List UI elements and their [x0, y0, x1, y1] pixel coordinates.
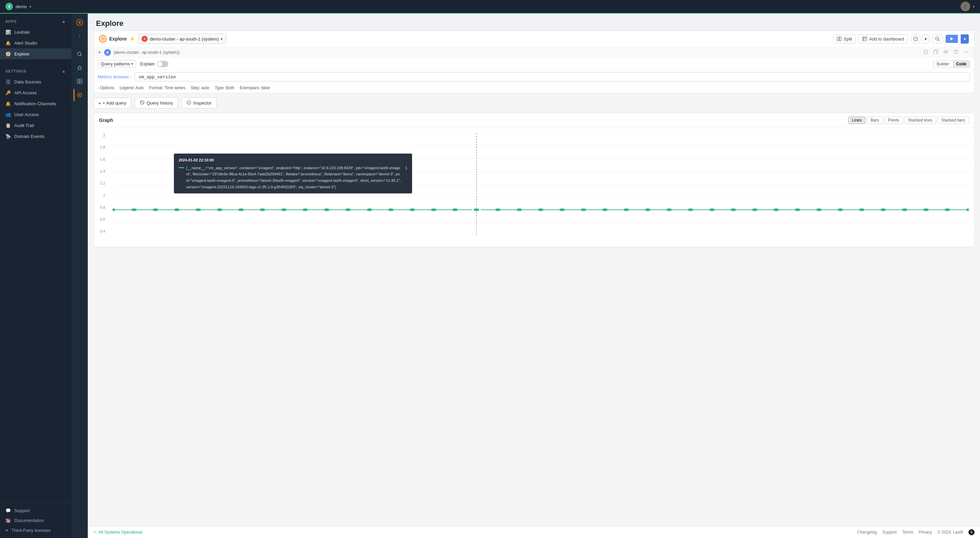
page-title: Explore — [96, 19, 972, 28]
sidebar-item-notification-channels[interactable]: 🔔 Notification Channels — [0, 98, 72, 109]
sidebar-item-documentation[interactable]: 📚 Documentation — [0, 516, 72, 525]
graph-body: 2 1.8 1.6 1.4 1.2 1 0.8 0.6 0.4 — [94, 128, 974, 247]
explain-toggle[interactable] — [157, 61, 169, 67]
run-query-dropdown[interactable]: ▾ — [961, 34, 969, 43]
datasource-selector[interactable]: V demo-cluster - ap-south-1 (system) ▾ — [138, 34, 226, 44]
svg-rect-5 — [77, 79, 79, 81]
graph-type-stacked-lines[interactable]: Stacked lines — [904, 117, 936, 124]
sidebar-item-levitate[interactable]: 📊 Levitate — [0, 27, 72, 37]
license-icon: ≡ — [5, 528, 8, 533]
main-layout: APPS ▲ 📊 Levitate 🔔 Alert Studio 🧭 Explo… — [0, 14, 980, 538]
graph-type-bars[interactable]: Bars — [867, 117, 883, 124]
svg-text:i: i — [189, 101, 189, 105]
explore-icon-btn[interactable] — [73, 89, 86, 101]
org-dropdown-arrow[interactable]: ▾ — [30, 5, 31, 8]
icon-strip: › — [72, 14, 88, 538]
svg-point-87 — [966, 208, 969, 211]
sidebar-item-domain-events[interactable]: 📡 Domain Events — [0, 131, 72, 142]
graph-type-stacked-bars[interactable]: Stacked bars — [937, 117, 969, 124]
graph-type-points[interactable]: Points — [884, 117, 903, 124]
query-copy-icon[interactable] — [932, 49, 940, 56]
svg-point-48 — [131, 208, 137, 211]
sidebar-item-third-party-licenses[interactable]: ≡ Third-Party licenses — [0, 525, 72, 535]
query-toggle-visibility-icon[interactable] — [942, 49, 950, 56]
options-toggle[interactable]: › Options — [98, 85, 115, 90]
search-icon-btn[interactable] — [73, 48, 86, 60]
run-query-button[interactable] — [946, 35, 958, 43]
avatar-dropdown[interactable]: ▾ — [973, 5, 975, 8]
content-area: Explore Explore ⚡ V demo-cluster - — [88, 14, 980, 538]
y-label-1-6: 1.6 — [100, 157, 105, 161]
y-axis: 2 1.8 1.6 1.4 1.2 1 0.8 0.6 0.4 — [94, 133, 107, 233]
zoom-icon-btn[interactable] — [932, 34, 943, 43]
star-icon-btn[interactable] — [73, 62, 86, 74]
explore-panel-icon — [99, 35, 107, 43]
add-query-button[interactable]: + + Add query — [93, 98, 131, 109]
query-patterns-button[interactable]: Query patterns ▾ — [98, 60, 136, 68]
svg-point-1 — [78, 21, 81, 24]
graph-type-lines[interactable]: Lines — [848, 117, 865, 124]
sidebar-item-user-access[interactable]: 👥 User Access — [0, 109, 72, 120]
panel-toolbar: Explore ⚡ V demo-cluster - ap-south-1 (s… — [93, 30, 975, 47]
svg-point-79 — [795, 208, 800, 211]
builder-mode-button[interactable]: Builder — [933, 61, 953, 67]
query-datasource: (demo-cluster - ap-south-1 (system)) — [114, 50, 180, 55]
format-option: Format: Time series — [149, 85, 185, 90]
changelog-link[interactable]: Changelog — [857, 530, 877, 535]
help-button[interactable]: ? — [911, 34, 921, 44]
svg-point-64 — [473, 208, 480, 211]
help-dropdown[interactable]: ▾ — [922, 34, 929, 43]
add-to-dashboard-button[interactable]: Add to dashboard — [859, 34, 908, 43]
grafana-icon-btn[interactable] — [73, 16, 86, 29]
svg-point-81 — [837, 208, 843, 211]
sidebar-item-data-sources[interactable]: 🗄️ Data Sources — [0, 76, 72, 87]
graph-svg: 2024-01-02 22:10:00 {__name__="vm_app_ve… — [113, 133, 969, 239]
query-more-icon[interactable] — [963, 49, 970, 56]
history-icon — [140, 100, 145, 106]
apps-icon-btn[interactable] — [73, 75, 86, 88]
terms-link[interactable]: Terms — [902, 530, 913, 535]
builder-code-switcher: Builder Code — [933, 60, 970, 68]
svg-rect-18 — [863, 39, 864, 40]
avatar[interactable]: 👤 — [961, 2, 970, 11]
support-link[interactable]: Support — [882, 530, 897, 535]
privacy-link[interactable]: Privacy — [919, 530, 932, 535]
legend-option: Legend: Auto — [120, 85, 144, 90]
topbar-left: 9 demo ▾ — [5, 3, 31, 10]
svg-point-61 — [409, 208, 415, 211]
split-button[interactable]: Split — [833, 34, 856, 43]
query-history-button[interactable]: Query history — [135, 97, 178, 109]
datasource-logo: V — [142, 36, 148, 42]
metrics-browser-button[interactable]: Metrics browser › — [98, 74, 131, 79]
apps-collapse-icon[interactable]: ▲ — [62, 19, 66, 24]
inspector-button[interactable]: i Inspector — [181, 97, 216, 109]
sidebar-item-alert-studio[interactable]: 🔔 Alert Studio — [0, 37, 72, 48]
query-help-icon[interactable]: ? — [922, 49, 929, 56]
options-arrow: › — [98, 86, 99, 90]
query-input[interactable] — [135, 72, 970, 81]
y-label-1-8: 1.8 — [100, 145, 105, 149]
explore-header: Explore — [88, 14, 980, 30]
panel-title: Explore — [109, 36, 127, 42]
content-scroll: Explore Explore ⚡ V demo-cluster - — [88, 14, 980, 526]
sidebar-item-api-access[interactable]: 🔑 API Access — [0, 87, 72, 98]
svg-rect-14 — [840, 37, 841, 41]
svg-point-66 — [517, 208, 522, 211]
graph-area: Graph Lines Bars Points Stacked lines St… — [93, 113, 975, 247]
share-icon[interactable]: ⚡ — [129, 36, 135, 42]
settings-collapse-icon[interactable]: ▲ — [62, 69, 66, 73]
svg-point-80 — [816, 208, 822, 211]
sidebar-item-explore[interactable]: 🧭 Explore — [0, 48, 72, 59]
query-collapse-arrow[interactable]: ▼ — [98, 50, 102, 54]
status-text: All Systems Operational — [99, 530, 142, 535]
svg-point-31 — [966, 51, 967, 52]
options-row: › Options Legend: Auto Format: Time seri… — [94, 83, 974, 93]
sidebar-item-support[interactable]: 💬 Support — [0, 506, 72, 516]
org-name[interactable]: demo — [16, 4, 27, 9]
query-label: A — [104, 49, 111, 56]
expand-icon-btn[interactable]: › — [73, 30, 86, 42]
sidebar-item-audit-trail[interactable]: 📋 Audit Trail — [0, 120, 72, 131]
svg-rect-13 — [837, 37, 839, 41]
code-mode-button[interactable]: Code — [953, 61, 970, 67]
query-delete-icon[interactable] — [953, 49, 960, 56]
